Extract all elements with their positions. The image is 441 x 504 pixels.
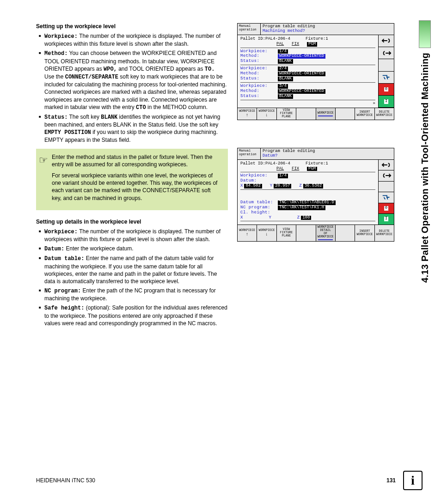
wp-label: Workpiece:: [240, 84, 276, 89]
method-value: WORKPIECE-ORIENTED: [278, 89, 325, 94]
note-paragraph: For several workpiece variants within on…: [52, 172, 221, 202]
list-item: Safe height: (optional): Safe position f…: [39, 304, 228, 327]
list-item: Workpiece: The number of the workpiece i…: [39, 32, 228, 48]
y-value: 20.957: [274, 184, 291, 188]
page-footer: HEIDENHAIN iTNC 530 131 i: [36, 471, 423, 490]
wp-value: 1/4: [278, 49, 288, 54]
nav-pgm[interactable]: PGM: [307, 42, 317, 47]
side-indicator-red[interactable]: 0: [379, 203, 394, 214]
softkey-button[interactable]: WORKPIECE: [316, 108, 336, 119]
side-button-prev-icon[interactable]: [379, 35, 394, 47]
section1-heading: Setting up the workpiece level: [36, 23, 228, 30]
list-item: Datum table: Enter the name and path of …: [39, 255, 228, 285]
note-paragraph: Enter the method and status in the palle…: [52, 153, 221, 168]
status-value: BLANK: [278, 77, 293, 81]
softkey-button[interactable]: INSERTWORKPIECE: [355, 225, 374, 241]
softkey-button[interactable]: [296, 225, 316, 241]
side-indicator-red[interactable]: 0: [379, 84, 394, 96]
method-label: Method:: [240, 89, 276, 94]
cl-label: Cl. height:: [240, 211, 276, 215]
side-button-coolant-icon[interactable]: [379, 192, 394, 203]
status-label: Status:: [240, 77, 276, 81]
method-value: WORKPIECE-ORIENTED: [278, 54, 325, 59]
softkey-button[interactable]: [296, 108, 316, 119]
dtable-label: Datum table:: [240, 200, 276, 205]
softkey-button[interactable]: [336, 108, 355, 119]
softkey-button[interactable]: WORKPIECE: [257, 108, 276, 119]
tnc-screen-1: Manual operation Program table editing M…: [237, 23, 394, 120]
section1-list: Workpiece: The number of the workpiece i…: [36, 32, 228, 144]
softkey-row: WORKPIECEWORKPIECEVIEWFIXTUREPLANEWORKPI…: [238, 225, 394, 241]
nav-pgm[interactable]: PGM: [307, 167, 317, 171]
list-item: Status: The soft key BLANK identifies th…: [39, 113, 228, 144]
softkey-button[interactable]: WORKPIECE: [238, 225, 257, 241]
side-button-blank: [379, 59, 394, 71]
nc-label: NC program:: [240, 206, 276, 210]
nav-fix[interactable]: FIX: [292, 167, 299, 171]
softkey-button[interactable]: VIEWFIXTUREPLANE: [277, 108, 296, 119]
side-indicator-green[interactable]: I: [379, 214, 394, 225]
pallet-id: Pallet ID:PAL4-206-4: [240, 37, 290, 42]
nav-fix[interactable]: FIX: [292, 42, 299, 47]
left-column: Setting up the workpiece level Workpiece…: [36, 23, 228, 329]
side-tab: 4.13 Pallet Operation with Tool-Oriented…: [419, 20, 431, 381]
side-button-prev-icon[interactable]: [379, 160, 394, 170]
nav-pal[interactable]: PAL: [276, 42, 284, 47]
list-item: Method: You can choose between the WORKP…: [39, 49, 228, 111]
fixture-label: Fixture:1: [306, 162, 328, 166]
wp-value: 3/4: [278, 84, 288, 89]
side-indicator-green[interactable]: I: [379, 96, 394, 108]
softkey-button[interactable]: VIEWFIXTUREPLANE: [277, 225, 296, 241]
softkey-button[interactable]: DELETEWORKPIECE: [375, 225, 394, 241]
nc-value: TNC:\RK\TEST\FK1.H: [278, 206, 325, 210]
nav-pal[interactable]: PAL: [276, 167, 284, 171]
clz-value: 100: [301, 216, 311, 220]
status-label: Status:: [240, 59, 276, 64]
note-box: ☞ Enter the method and status in the pal…: [36, 149, 228, 210]
right-column: Manual operation Program table editing M…: [237, 23, 394, 329]
screen-main: Pallet ID:PAL4-206-4Fixture:1 PAL FIX PG…: [238, 35, 378, 108]
list-item: Workpiece: The number of the workpiece i…: [39, 228, 228, 243]
footer-product: HEIDENHAIN iTNC 530: [36, 477, 95, 484]
list-item: NC program: Enter the path of the NC pro…: [39, 287, 228, 302]
note-hand-icon: ☞: [39, 153, 48, 206]
x-value: 84.502: [244, 184, 262, 188]
section2-list: Workpiece: The number of the workpiece i…: [36, 228, 228, 327]
chapter-tab-marker: [419, 20, 431, 48]
fixture-label: Fixture:1: [306, 37, 328, 42]
status-value: BLANK: [278, 94, 293, 99]
status-value: BLANK: [278, 59, 293, 64]
softkey-row: WORKPIECEWORKPIECEVIEWFIXTUREPLANEWORKPI…: [238, 108, 394, 119]
wp-label: Workpiece:: [240, 49, 276, 54]
side-button-next-icon[interactable]: [379, 170, 394, 181]
tnc-screen-2: Manual operation Program table editing D…: [237, 148, 394, 242]
screen-subtitle: Datum?: [263, 154, 392, 158]
z-value: 36.5362: [303, 184, 324, 188]
side-button-next-icon[interactable]: [379, 47, 394, 59]
side-button-coolant-icon[interactable]: [379, 72, 394, 84]
method-label: Method:: [240, 54, 276, 59]
wp-value: 2/4: [278, 67, 288, 71]
chapter-title-vertical: 4.13 Pallet Operation with Tool-Oriented…: [420, 53, 430, 283]
softkey-button[interactable]: WORKPIECE: [257, 225, 276, 241]
wp-label: Workpiece:: [240, 67, 276, 71]
status-label: Status:: [240, 94, 276, 99]
screen-main: Pallet ID:PAL4-206-4Fixture:1 PAL FIX PG…: [238, 160, 378, 225]
softkey-button[interactable]: [336, 225, 355, 241]
mode-label: Manual operation: [238, 24, 261, 35]
section2-heading: Setting up details in the workpiece leve…: [36, 219, 228, 225]
dtable-value: TNC:\RK\TEST\TABLE01.D: [278, 200, 336, 205]
x-label: X: [240, 216, 243, 220]
screen-sidebar: 0 I: [378, 35, 394, 108]
wp-value: 1/4: [278, 174, 288, 178]
mode-label: Manual operation: [238, 148, 261, 159]
screen-subtitle: Machining method?: [263, 29, 392, 34]
z-label: Z: [299, 184, 301, 188]
page-number: 131: [386, 477, 396, 484]
z-label: Z: [297, 216, 300, 220]
softkey-button[interactable]: INSERTWORKPIECE: [355, 108, 374, 119]
softkey-button[interactable]: WORKPIECE: [238, 108, 257, 119]
softkey-button[interactable]: WORKPIECEDETAILOFWORKPIECE: [316, 225, 336, 241]
wp-label: Workpiece:: [240, 174, 276, 178]
softkey-button[interactable]: DELETEWORKPIECE: [375, 108, 394, 119]
